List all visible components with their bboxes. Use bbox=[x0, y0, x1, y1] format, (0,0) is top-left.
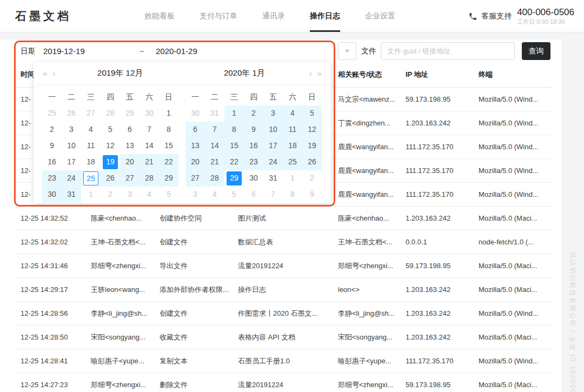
calendar-day[interactable]: 12 bbox=[101, 138, 120, 154]
calendar-day[interactable]: 2 bbox=[302, 170, 322, 187]
calendar-day[interactable]: 3 bbox=[263, 105, 283, 122]
calendar-day[interactable]: 25 bbox=[81, 170, 101, 187]
calendar-day[interactable]: 27 bbox=[81, 105, 101, 122]
calendar-day[interactable]: 29 bbox=[120, 105, 140, 122]
calendar-day[interactable]: 30 bbox=[185, 105, 205, 122]
calendar-day[interactable]: 1 bbox=[283, 170, 302, 187]
calendar-day[interactable]: 2 bbox=[244, 105, 263, 122]
calendar-day[interactable]: 29 bbox=[224, 170, 244, 187]
calendar-day[interactable]: 20 bbox=[120, 154, 140, 170]
calendar-day[interactable]: 5 bbox=[159, 187, 178, 203]
calendar-day[interactable]: 13 bbox=[185, 138, 205, 154]
calendar-day[interactable]: 21 bbox=[205, 154, 224, 170]
nav-tab-contacts[interactable]: 通讯录 bbox=[250, 0, 297, 32]
calendar-day[interactable]: 9 bbox=[244, 122, 263, 138]
date-preset-dropdown[interactable] bbox=[338, 42, 356, 60]
calendar-day[interactable]: 17 bbox=[62, 154, 81, 170]
calendar-day[interactable]: 16 bbox=[42, 154, 62, 170]
calendar-day[interactable]: 7 bbox=[205, 122, 224, 138]
calendar-day[interactable]: 3 bbox=[120, 187, 140, 203]
nav-tab-payments[interactable]: 支付与订单 bbox=[187, 0, 250, 32]
calendar-day[interactable]: 31 bbox=[205, 105, 224, 122]
calendar-day[interactable]: 9 bbox=[302, 187, 322, 203]
next-month-icon[interactable]: › bbox=[307, 69, 315, 78]
calendar-day[interactable]: 28 bbox=[205, 170, 224, 187]
calendar-day[interactable]: 29 bbox=[159, 170, 178, 187]
date-range-input[interactable]: 2019-12-19 ~ 2020-01-29 bbox=[35, 41, 330, 62]
calendar-day[interactable]: 9 bbox=[42, 138, 62, 154]
calendar-day[interactable]: 15 bbox=[159, 138, 178, 154]
calendar-day[interactable]: 16 bbox=[244, 138, 263, 154]
calendar-day[interactable]: 12 bbox=[302, 122, 322, 138]
calendar-day[interactable]: 8 bbox=[159, 122, 178, 138]
calendar-day[interactable]: 5 bbox=[302, 105, 322, 122]
calendar-day[interactable]: 11 bbox=[81, 138, 101, 154]
calendar-day[interactable]: 23 bbox=[42, 170, 62, 187]
table-row: 12-25 14:28:50宋阳<songyang...收藏文件表格内容 API… bbox=[16, 325, 553, 349]
calendar-day[interactable]: 5 bbox=[101, 122, 120, 138]
calendar-day[interactable]: 3 bbox=[62, 122, 81, 138]
calendar-day[interactable]: 25 bbox=[283, 154, 302, 170]
calendar-day[interactable]: 27 bbox=[120, 170, 140, 187]
prev-month-icon[interactable]: ‹ bbox=[50, 69, 58, 78]
calendar-day[interactable]: 22 bbox=[224, 154, 244, 170]
calendar-day[interactable]: 3 bbox=[185, 187, 205, 203]
calendar-day[interactable]: 1 bbox=[159, 105, 178, 122]
nav-tab-enterprise-settings[interactable]: 企业设置 bbox=[353, 0, 408, 32]
calendar-day[interactable]: 26 bbox=[62, 105, 81, 122]
calendar-day[interactable]: 5 bbox=[224, 187, 244, 203]
app-logo[interactable]: 石墨文档 bbox=[15, 9, 71, 24]
search-button[interactable]: 查询 bbox=[522, 42, 550, 60]
weekday-label: 五 bbox=[263, 89, 283, 105]
file-search-input[interactable] bbox=[381, 42, 515, 60]
calendar-day[interactable]: 27 bbox=[185, 170, 205, 187]
calendar-day[interactable]: 15 bbox=[224, 138, 244, 154]
calendar-day[interactable]: 26 bbox=[101, 170, 120, 187]
calendar-day[interactable]: 6 bbox=[185, 122, 205, 138]
calendar-day[interactable]: 11 bbox=[283, 122, 302, 138]
calendar-day[interactable]: 6 bbox=[120, 122, 140, 138]
calendar-day[interactable]: 4 bbox=[81, 122, 101, 138]
calendar-day[interactable]: 14 bbox=[140, 138, 159, 154]
calendar-day[interactable]: 25 bbox=[42, 105, 62, 122]
calendar-day[interactable]: 19 bbox=[302, 138, 322, 154]
calendar-day[interactable]: 19 bbox=[101, 154, 120, 170]
calendar-day[interactable]: 18 bbox=[81, 154, 101, 170]
calendar-day[interactable]: 4 bbox=[205, 187, 224, 203]
calendar-day[interactable]: 21 bbox=[140, 154, 159, 170]
calendar-day[interactable]: 10 bbox=[263, 122, 283, 138]
calendar-day[interactable]: 8 bbox=[224, 122, 244, 138]
calendar-day[interactable]: 1 bbox=[224, 105, 244, 122]
calendar-day[interactable]: 13 bbox=[120, 138, 140, 154]
calendar-day[interactable]: 4 bbox=[140, 187, 159, 203]
calendar-day[interactable]: 23 bbox=[244, 154, 263, 170]
calendar-day[interactable]: 22 bbox=[159, 154, 178, 170]
calendar-day[interactable]: 1 bbox=[81, 187, 101, 203]
calendar-day[interactable]: 28 bbox=[140, 170, 159, 187]
calendar-day[interactable]: 6 bbox=[244, 187, 263, 203]
calendar-day[interactable]: 18 bbox=[283, 138, 302, 154]
calendar-day[interactable]: 24 bbox=[62, 170, 81, 187]
nav-tab-operation-log[interactable]: 操作日志 bbox=[297, 0, 353, 32]
calendar-day[interactable]: 7 bbox=[263, 187, 283, 203]
calendar-day[interactable]: 17 bbox=[263, 138, 283, 154]
calendar-day[interactable]: 30 bbox=[244, 170, 263, 187]
calendar-day[interactable]: 2 bbox=[101, 187, 120, 203]
calendar-day[interactable]: 31 bbox=[263, 170, 283, 187]
calendar-day[interactable]: 4 bbox=[283, 105, 302, 122]
calendar-day[interactable]: 14 bbox=[205, 138, 224, 154]
calendar-day[interactable]: 24 bbox=[263, 154, 283, 170]
calendar-day[interactable]: 30 bbox=[140, 105, 159, 122]
calendar-day[interactable]: 28 bbox=[101, 105, 120, 122]
calendar-day[interactable]: 2 bbox=[42, 122, 62, 138]
prev-year-icon[interactable]: « bbox=[40, 69, 50, 78]
calendar-day[interactable]: 7 bbox=[140, 122, 159, 138]
nav-tab-dashboard[interactable]: 效能看板 bbox=[132, 0, 187, 32]
next-year-icon[interactable]: » bbox=[315, 69, 324, 78]
calendar-day[interactable]: 30 bbox=[42, 187, 62, 203]
calendar-day[interactable]: 26 bbox=[302, 154, 322, 170]
calendar-day[interactable]: 8 bbox=[283, 187, 302, 203]
calendar-day[interactable]: 31 bbox=[62, 187, 81, 203]
calendar-day[interactable]: 20 bbox=[185, 154, 205, 170]
calendar-day[interactable]: 10 bbox=[62, 138, 81, 154]
